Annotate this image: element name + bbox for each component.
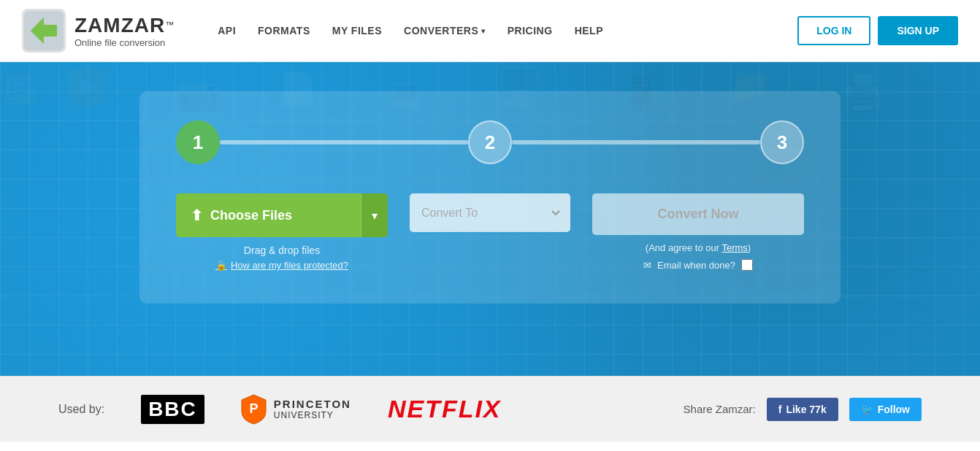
step-2-circle: 2 [468, 120, 512, 164]
choose-files-col: ⬆ Choose Files ▾ Drag & drop files 🔒 How… [176, 193, 388, 271]
convert-now-button[interactable]: Convert Now [592, 193, 804, 235]
nav-formats[interactable]: FORMATS [258, 25, 310, 36]
actions-row: ⬆ Choose Files ▾ Drag & drop files 🔒 How… [176, 193, 804, 271]
logo-sub: Online file conversion [74, 37, 174, 48]
logo-icon [22, 9, 66, 53]
terms-text: (And agree to our Terms) [646, 242, 751, 253]
step-line-2 [512, 140, 760, 144]
convert-now-wrap: Convert Now [592, 193, 804, 235]
nav-my-files[interactable]: MY FILES [332, 25, 382, 36]
nav-pricing[interactable]: PRICING [508, 25, 553, 36]
converters-caret-icon: ▾ [481, 27, 486, 35]
choose-files-caret-button[interactable]: ▾ [361, 193, 388, 237]
princeton-sub: UNIVERSITY [274, 410, 351, 420]
svg-text:P: P [249, 401, 258, 416]
convert-to-col: Convert To [402, 193, 578, 232]
used-by-label: Used by: [58, 403, 104, 416]
step-3-circle: 3 [760, 120, 804, 164]
lock-icon: 🔒 [215, 260, 227, 271]
footer-bar: Used by: BBC P PRINCETON UNIVERSITY NETF… [0, 376, 980, 442]
drag-drop-text: Drag & drop files [244, 244, 320, 256]
logo-link[interactable]: ZAMZAR™ Online file conversion [22, 9, 174, 53]
princeton-name: PRINCETON [274, 398, 351, 410]
brand-logos: BBC P PRINCETON UNIVERSITY NETFLIX [141, 394, 683, 425]
header: ZAMZAR™ Online file conversion API FORMA… [0, 0, 980, 62]
princeton-shield-icon: P [241, 394, 267, 425]
upload-icon: ⬆ [191, 207, 203, 224]
convert-to-select[interactable]: Convert To [410, 193, 570, 232]
like-button[interactable]: f Like 77k [767, 398, 838, 421]
bbc-logo: BBC [141, 395, 204, 424]
email-checkbox[interactable] [741, 259, 753, 271]
terms-link[interactable]: Terms [721, 242, 747, 253]
converter-box: 1 2 3 ⬆ Choose Files ▾ Drag & drop files… [139, 91, 841, 304]
login-button[interactable]: LOG IN [797, 16, 870, 45]
share-area: Share Zamzar: f Like 77k 🐦 Follow [684, 398, 922, 421]
netflix-logo: NETFLIX [388, 395, 502, 423]
logo-name: ZAMZAR™ [74, 14, 174, 37]
convert-to-wrap: Convert To [410, 193, 570, 232]
nav-converters[interactable]: CONVERTERS ▾ [404, 25, 486, 36]
twitter-icon: 🐦 [861, 404, 873, 415]
share-label: Share Zamzar: [684, 403, 756, 415]
signup-button[interactable]: SIGN UP [878, 16, 958, 45]
email-row: ✉ Email when done? [643, 259, 753, 271]
facebook-icon: f [778, 404, 782, 415]
choose-files-wrap: ⬆ Choose Files ▾ [176, 193, 388, 237]
choose-files-button[interactable]: ⬆ Choose Files [176, 193, 361, 237]
princeton-logo: P PRINCETON UNIVERSITY [241, 394, 351, 425]
protection-link[interactable]: 🔒 How are my files protected? [215, 260, 348, 271]
nav-api[interactable]: API [218, 25, 236, 36]
follow-button[interactable]: 🐦 Follow [849, 398, 922, 421]
main-nav: API FORMATS MY FILES CONVERTERS ▾ PRICIN… [218, 25, 797, 36]
hero-section: 📷 📄 💻 🖥️ 📱 📁 🖨️ ▶️ 🖼️ 1 2 3 ⬆ Choose [0, 62, 980, 376]
nav-help[interactable]: HELP [575, 25, 603, 36]
steps-row: 1 2 3 [176, 120, 804, 164]
step-line-1 [220, 140, 468, 144]
header-actions: LOG IN SIGN UP [797, 16, 958, 45]
email-icon: ✉ [643, 260, 651, 271]
convert-now-col: Convert Now (And agree to our Terms) ✉ E… [592, 193, 804, 271]
step-1-circle: 1 [176, 120, 220, 164]
